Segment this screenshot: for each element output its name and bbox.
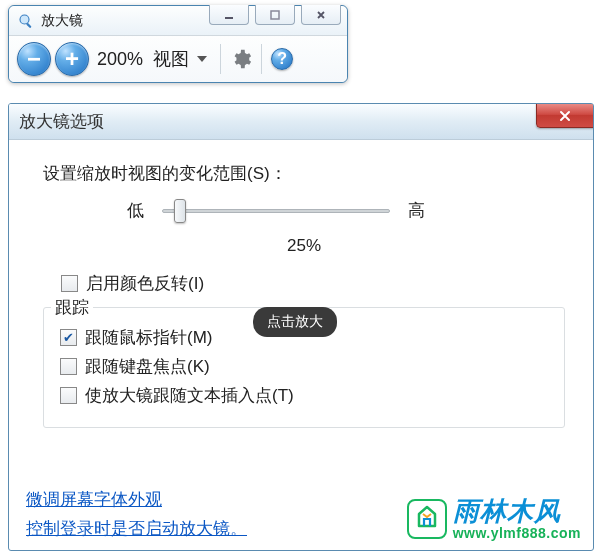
minus-icon: −: [27, 45, 41, 73]
scale-range-label: 设置缩放时视图的变化范围(S)：: [43, 162, 565, 185]
svg-point-0: [20, 15, 29, 24]
options-titlebar[interactable]: 放大镜选项: [9, 104, 593, 140]
view-dropdown-label[interactable]: 视图: [153, 47, 189, 71]
zoom-in-button[interactable]: +: [55, 42, 89, 76]
bottom-links: 微调屏幕字体外观 控制登录时是否启动放大镜。: [26, 488, 247, 540]
slider-high-label: 高: [408, 199, 425, 222]
settings-button[interactable]: [226, 44, 256, 74]
brand-url: www.ylmf888.com: [453, 526, 581, 540]
toolbar-separator: [261, 44, 262, 74]
zoom-slider[interactable]: [162, 200, 390, 222]
svg-rect-1: [26, 22, 32, 28]
help-button[interactable]: ?: [267, 44, 297, 74]
maximize-button[interactable]: [255, 5, 295, 25]
brand-name: 雨林木风: [453, 498, 581, 524]
track-textinsert-label: 使放大镜跟随文本插入点(T): [85, 384, 294, 407]
watermark: 雨林木风 www.ylmf888.com: [407, 498, 581, 540]
login-control-link[interactable]: 控制登录时是否启动放大镜。: [26, 517, 247, 540]
slider-track-line: [162, 209, 390, 213]
plus-icon: +: [65, 45, 79, 73]
invert-colors-row: 启用颜色反转(I): [61, 272, 565, 295]
help-icon: ?: [271, 48, 293, 70]
brand-logo-icon: [407, 499, 447, 539]
track-mouse-checkbox[interactable]: [60, 329, 77, 346]
zoom-slider-row: 低 高: [127, 199, 565, 222]
gear-icon: [230, 48, 252, 70]
close-icon: [558, 110, 572, 122]
close-button[interactable]: [301, 5, 341, 25]
svg-rect-2: [225, 17, 233, 19]
dialog-close-button[interactable]: [536, 103, 594, 128]
zoom-value: 200%: [97, 49, 143, 70]
minimize-button[interactable]: [209, 5, 249, 25]
zoom-tooltip: 点击放大: [253, 307, 337, 337]
toolbar-separator: [220, 44, 221, 74]
track-mouse-label: 跟随鼠标指针(M): [85, 326, 212, 349]
magnifier-window: 放大镜 − + 200% 视图 ?: [8, 5, 348, 83]
options-body: 设置缩放时视图的变化范围(S)： 低 高 25% 启用颜色反转(I) 跟踪 跟随…: [9, 140, 593, 438]
zoom-out-button[interactable]: −: [17, 42, 51, 76]
slider-value-label: 25%: [43, 236, 565, 256]
font-tuning-link[interactable]: 微调屏幕字体外观: [26, 488, 247, 511]
chevron-down-icon[interactable]: [197, 56, 207, 62]
magnifier-app-icon: [17, 12, 35, 30]
svg-rect-3: [271, 11, 279, 19]
magnifier-title: 放大镜: [41, 12, 83, 30]
track-textinsert-row: 使放大镜跟随文本插入点(T): [60, 384, 548, 407]
track-keyboard-label: 跟随键盘焦点(K): [85, 355, 210, 378]
magnifier-titlebar[interactable]: 放大镜: [9, 6, 347, 36]
tracking-legend: 跟踪: [51, 296, 93, 319]
slider-thumb[interactable]: [174, 199, 186, 223]
slider-low-label: 低: [127, 199, 144, 222]
invert-colors-checkbox[interactable]: [61, 275, 78, 292]
invert-colors-label: 启用颜色反转(I): [86, 272, 204, 295]
options-title: 放大镜选项: [19, 110, 104, 133]
track-textinsert-checkbox[interactable]: [60, 387, 77, 404]
window-controls: [209, 5, 341, 25]
track-keyboard-row: 跟随键盘焦点(K): [60, 355, 548, 378]
track-keyboard-checkbox[interactable]: [60, 358, 77, 375]
magnifier-toolbar: − + 200% 视图 ?: [9, 36, 347, 82]
